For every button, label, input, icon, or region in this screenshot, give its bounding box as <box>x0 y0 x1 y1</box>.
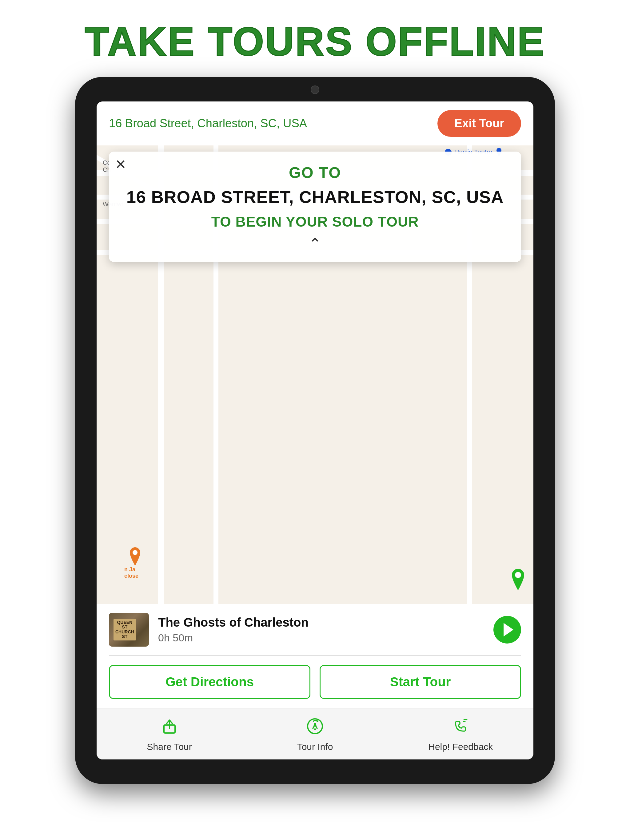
tour-info-icon <box>306 717 324 738</box>
start-tour-button[interactable]: Start Tour <box>320 665 521 699</box>
tour-play-button[interactable] <box>494 616 521 644</box>
current-address: 16 Broad Street, Charleston, SC, USA <box>109 117 307 130</box>
popup-subtitle: TO BEGIN YOUR SOLO TOUR <box>124 213 506 230</box>
map-pin-orange <box>127 547 143 567</box>
map-area: Harris Teeter <box>97 145 533 604</box>
page-header: TAKE TOURS OFFLINE <box>0 0 630 77</box>
feedback-icon <box>451 717 470 738</box>
tablet-camera <box>311 85 319 94</box>
tour-duration: 0h 50m <box>158 632 484 644</box>
map-background: Harris Teeter <box>97 145 533 604</box>
map-label-jan: n Jaclose <box>124 566 138 579</box>
nav-help-feedback[interactable]: Help! Feedback <box>388 708 533 759</box>
tour-name: The Ghosts of Charleston <box>158 616 484 629</box>
tour-info-label: Tour Info <box>297 742 333 752</box>
tablet-wrapper: 16 Broad Street, Charleston, SC, USA Exi… <box>0 77 630 784</box>
popup-chevron-icon: ⌃ <box>124 235 506 253</box>
tour-details: The Ghosts of Charleston 0h 50m <box>149 616 494 644</box>
svg-point-0 <box>133 550 138 555</box>
location-popup: ✕ GO TO 16 BROAD STREET, CHARLESTON, SC,… <box>109 152 521 262</box>
popup-close-button[interactable]: ✕ <box>115 158 127 171</box>
tour-thumb-image: QUEENSTCHURCHST <box>109 613 149 647</box>
tour-thumbnail: QUEENSTCHURCHST <box>109 613 149 647</box>
bottom-navigation: Share Tour Tour Info <box>97 708 533 759</box>
tablet-device: 16 Broad Street, Charleston, SC, USA Exi… <box>75 77 555 784</box>
popup-destination-address: 16 BROAD STREET, CHARLESTON, SC, USA <box>124 186 506 207</box>
map-pin-green <box>509 569 527 592</box>
svg-point-6 <box>317 720 318 722</box>
exit-tour-button[interactable]: Exit Tour <box>437 110 521 137</box>
help-feedback-label: Help! Feedback <box>428 742 493 752</box>
play-icon <box>503 623 513 636</box>
svg-point-4 <box>308 719 322 734</box>
action-buttons: Get Directions Start Tour <box>97 656 533 708</box>
get-directions-button[interactable]: Get Directions <box>109 665 310 699</box>
nav-tour-info[interactable]: Tour Info <box>242 708 388 759</box>
svg-point-1 <box>515 572 521 578</box>
svg-point-5 <box>314 728 316 730</box>
tour-thumb-sign: QUEENSTCHURCHST <box>114 619 136 641</box>
address-bar: 16 Broad Street, Charleston, SC, USA Exi… <box>97 101 533 145</box>
popup-go-to-label: GO TO <box>124 164 506 182</box>
tour-info-row: QUEENSTCHURCHST The Ghosts of Charleston… <box>97 604 533 655</box>
nav-share-tour[interactable]: Share Tour <box>97 708 242 759</box>
share-tour-label: Share Tour <box>147 742 192 752</box>
tablet-screen: 16 Broad Street, Charleston, SC, USA Exi… <box>97 101 533 759</box>
share-icon <box>160 717 179 738</box>
page-title: TAKE TOURS OFFLINE <box>0 19 630 65</box>
